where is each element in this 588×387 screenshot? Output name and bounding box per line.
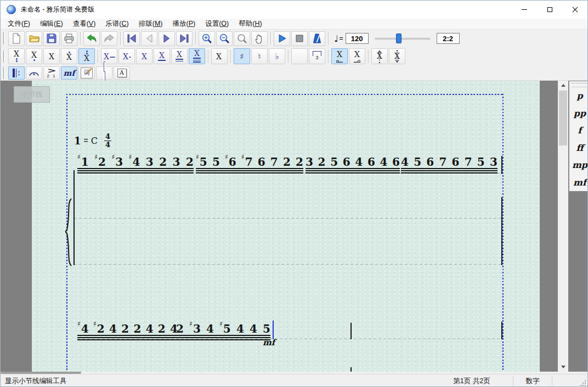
note[interactable]: 2 [158,323,166,335]
fermata-button[interactable] [26,66,42,80]
note[interactable]: 6 [392,156,400,168]
measure-2-2[interactable]: 2♯34♯5445 [176,323,270,341]
next-page-button[interactable] [159,31,175,46]
eighth-note-button[interactable]: X [154,48,170,64]
note[interactable]: 6 [343,156,350,168]
tempo-bpm-input[interactable]: 120 [346,33,369,44]
accent-dynamics-button[interactable]: >2 1 [43,66,60,80]
toolbar-grip[interactable] [3,67,5,79]
menu-p[interactable]: 播放(P) [168,18,201,30]
note[interactable]: 7 [439,156,446,168]
note[interactable]: 2 [159,156,167,168]
mordent-up-button[interactable]: X [371,48,388,64]
half-note-button[interactable]: X- [118,48,135,64]
time-ratio-box[interactable]: 2:2 [437,33,460,44]
note[interactable]: ♯6 [225,156,236,168]
note[interactable]: 4 [109,323,117,335]
score-page[interactable]: 1 = C 4 4 mf [32,81,540,372]
undo-button[interactable] [83,31,100,46]
note[interactable]: 5 [477,156,485,168]
last-page-button[interactable] [176,31,193,46]
open-file-button[interactable] [26,31,42,46]
hscroll-thumb[interactable] [1,372,81,374]
grace-after-button[interactable]: X [349,48,365,64]
print-button[interactable] [61,31,77,46]
menu-v[interactable]: 查看(V) [68,18,101,30]
note[interactable]: ♯1 [77,156,89,168]
minimize-button[interactable] [512,1,537,19]
note[interactable]: 3 [490,156,497,168]
note[interactable]: 2 [133,323,141,335]
sharp-button[interactable]: ♯ [234,48,250,64]
mordent-down-button[interactable]: X [389,48,405,64]
note[interactable]: 2 [318,156,326,168]
dynamic-ff[interactable]: ff [569,139,588,157]
prev-page-button[interactable] [141,31,157,46]
note[interactable]: ♯5 [219,323,231,335]
system1-right-barline[interactable] [501,197,502,265]
menu-e[interactable]: 编辑(E) [35,18,68,30]
note[interactable]: 5 [414,156,421,168]
note[interactable]: ♯5 [196,156,207,168]
note[interactable]: ♯3 [111,156,123,168]
note[interactable]: 6 [258,156,265,168]
note[interactable]: 6 [368,156,375,168]
note[interactable]: ♯4 [129,156,140,168]
dynamic-mf-button[interactable]: mf [61,66,77,80]
quarter-note-button[interactable]: X [136,48,152,64]
note[interactable]: 5 [263,323,270,335]
note[interactable]: 4 [401,156,409,168]
zoom-in-button[interactable] [199,31,215,46]
measure-1-1[interactable]: ♯1♯2♯3♯43232 [77,156,194,175]
measure-2-1[interactable]: ♯4♯2422424 [77,323,178,341]
repeat-barline-button[interactable]: : [8,66,25,80]
note[interactable]: 4 [236,323,244,335]
menu-o[interactable]: 设置(O) [200,18,234,30]
play-button[interactable] [274,31,290,46]
metronome-button[interactable] [309,31,325,46]
score-canvas[interactable]: 1 = C 4 4 mf [1,81,588,372]
note[interactable]: 5 [330,156,338,168]
key-signature[interactable]: 1 = C 4 4 [74,133,111,148]
mid-barline-line2[interactable] [350,323,352,339]
note[interactable]: 5 [212,156,220,168]
tempo-slider[interactable] [375,33,430,44]
slur-button[interactable] [291,48,308,64]
lyrics-edit-button[interactable]: 词 [78,66,95,80]
flat-button[interactable]: ♭ [269,48,285,64]
note[interactable]: ♯7 [241,156,253,168]
note[interactable]: 3 [173,156,180,168]
toolbar-grip[interactable] [3,32,5,44]
note[interactable]: 7 [465,156,472,168]
note[interactable]: 4 [250,323,257,335]
menu-h[interactable]: 帮助(H) [234,18,267,30]
note[interactable]: 2 [176,323,184,335]
maximize-button[interactable] [537,1,562,19]
horizontal-scrollbar[interactable] [1,372,588,374]
vscroll-thumb[interactable] [559,91,567,145]
new-file-button[interactable] [8,31,25,46]
close-button[interactable] [562,1,587,19]
menu-c[interactable]: 乐谱(C) [100,18,133,30]
note[interactable]: 7 [270,156,278,168]
note[interactable]: 4 [355,156,363,168]
note[interactable]: ♯4 [77,323,89,335]
triplet-button[interactable]: 3 [309,48,325,64]
palette-grip[interactable] [571,82,588,87]
sixteenth-note-button[interactable]: X [171,48,188,64]
note[interactable]: 4 [380,156,387,168]
note[interactable]: 4 [146,323,154,335]
note[interactable]: 2 [121,323,129,335]
note[interactable]: 2 [186,156,194,168]
text-paragraph-button[interactable] [96,66,112,80]
stop-button[interactable] [291,31,308,46]
note[interactable]: 6 [452,156,460,168]
note[interactable]: 6 [426,156,434,168]
note[interactable]: ♯2 [93,323,105,335]
toolbar-grip[interactable] [3,51,5,63]
octave-up-2-button[interactable]: X [78,48,95,64]
note[interactable]: 3 [146,156,154,168]
dynamic-mf[interactable]: mf [569,174,588,192]
thirty-second-note-button[interactable]: X [189,48,205,64]
menu-m[interactable]: 排版(M) [134,18,168,30]
